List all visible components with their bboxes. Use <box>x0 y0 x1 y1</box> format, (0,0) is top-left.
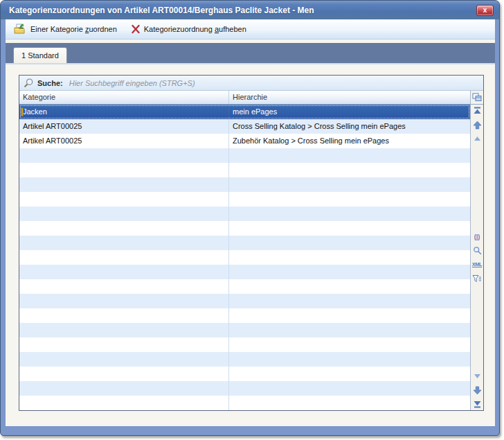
hierarchie-cell <box>229 206 470 221</box>
search-bar: Suche: <box>19 76 483 91</box>
kategorie-cell <box>19 381 229 396</box>
hierarchie-cell <box>229 279 470 294</box>
screen: Kategorienzuordnungen von Artikel ART000… <box>0 0 504 440</box>
filter-icon <box>472 274 482 283</box>
table-row[interactable] <box>19 221 470 236</box>
hierarchie-cell-text: Cross Selling Katalog > Cross Selling me… <box>233 122 406 130</box>
table-body-wrap: Jacken mein ePages Artikel ART00025 Cros… <box>19 105 483 410</box>
search-input[interactable] <box>66 77 480 89</box>
tab-panel: Suche: Kategorie Hierarchie <box>6 64 495 425</box>
close-button[interactable]: x <box>476 5 494 16</box>
rail-top-group <box>472 106 483 143</box>
hierarchie-cell <box>229 265 470 279</box>
table-row[interactable] <box>19 163 470 177</box>
page-up-button[interactable] <box>472 134 483 143</box>
table-row[interactable] <box>19 352 470 367</box>
kategorie-cell <box>19 265 229 279</box>
parentheses-icon: (|) <box>474 234 480 240</box>
kategorie-cell <box>19 308 229 323</box>
red-x-icon <box>131 24 141 34</box>
hierarchie-cell <box>229 352 470 367</box>
column-header-hierarchie[interactable]: Hierarchie <box>229 91 470 104</box>
table-row[interactable] <box>19 308 470 323</box>
table-row[interactable] <box>19 177 470 192</box>
kategorie-cell <box>19 163 229 177</box>
table-row[interactable] <box>19 148 470 163</box>
rail-middle-group: (|) XML <box>472 232 483 283</box>
hierarchie-cell <box>229 163 470 177</box>
kategorie-cell: Artikel ART00025 <box>19 134 229 148</box>
hierarchie-cell <box>229 396 470 410</box>
kategorie-cell <box>19 294 229 308</box>
window-title: Kategorienzuordnungen von Artikel ART000… <box>9 6 476 15</box>
kategorie-cell: Artikel ART00025 <box>19 119 229 134</box>
table-row[interactable] <box>19 337 470 352</box>
kategorie-cell-text: Jacken <box>23 107 47 116</box>
kategorie-cell <box>19 250 229 265</box>
hierarchie-cell <box>229 337 470 352</box>
scroll-down-icon <box>473 386 482 395</box>
scroll-to-bottom-icon <box>473 400 482 408</box>
scroll-down-button[interactable] <box>472 385 483 395</box>
hierarchie-cell <box>229 221 470 236</box>
hierarchie-cell: Zubehör Katalog > Cross Selling mein ePa… <box>229 134 470 148</box>
xml-icon: XML <box>472 261 482 267</box>
filter-tool-button[interactable] <box>472 274 483 283</box>
scroll-up-icon <box>473 121 482 130</box>
scroll-rail: (|) XML <box>470 105 483 410</box>
scroll-to-bottom-button[interactable] <box>472 399 483 409</box>
table-row[interactable] <box>19 265 470 279</box>
hierarchie-cell: mein ePages <box>229 105 470 119</box>
table-row[interactable] <box>19 192 470 206</box>
toolbar: Einer Kategorie zuordnen Kategoriezuordn… <box>6 19 495 39</box>
table-row[interactable] <box>19 323 470 337</box>
table-row[interactable] <box>19 396 470 410</box>
table-row[interactable]: Jacken mein ePages <box>19 105 470 119</box>
table-row[interactable] <box>19 206 470 221</box>
scroll-to-top-button[interactable] <box>472 106 483 116</box>
page-up-icon <box>474 136 481 141</box>
xml-tool-button[interactable]: XML <box>472 260 483 270</box>
kategorie-cell <box>19 279 229 294</box>
remove-assignment-button[interactable]: Kategoriezuordnung aufheben <box>129 23 249 35</box>
assign-category-folder-icon <box>14 24 27 35</box>
hierarchie-cell: Cross Selling Katalog > Cross Selling me… <box>229 119 470 134</box>
kategorie-cell-text: Artikel ART00025 <box>23 137 82 145</box>
dialog-window: Kategorienzuordnungen von Artikel ART000… <box>0 0 500 436</box>
column-chooser-button[interactable] <box>470 91 483 104</box>
page-down-button[interactable] <box>472 371 483 381</box>
assign-category-button[interactable]: Einer Kategorie zuordnen <box>12 22 119 36</box>
page-down-icon <box>474 373 481 379</box>
table-row[interactable] <box>19 279 470 294</box>
hierarchie-cell <box>229 192 470 206</box>
hierarchie-cell <box>229 236 470 250</box>
kategorie-cell <box>19 236 229 250</box>
assign-category-label: Einer Kategorie zuordnen <box>30 25 117 33</box>
table-row[interactable]: Artikel ART00025 Zubehör Katalog > Cross… <box>19 134 470 148</box>
table-row[interactable] <box>19 294 470 308</box>
hierarchie-cell <box>229 294 470 308</box>
hierarchie-cell <box>229 367 470 381</box>
column-header-kategorie[interactable]: Kategorie <box>19 91 229 104</box>
kategorie-cell <box>19 323 229 337</box>
column-chooser-icon <box>472 93 482 102</box>
hierarchie-cell-text: Zubehör Katalog > Cross Selling mein ePa… <box>233 137 389 145</box>
table-row[interactable]: Artikel ART00025 Cross Selling Katalog >… <box>19 119 470 134</box>
table-row[interactable] <box>19 236 470 250</box>
category-grid: Suche: Kategorie Hierarchie <box>19 75 484 411</box>
kategorie-cell: Jacken <box>19 105 229 119</box>
search-magnifier-icon <box>24 78 34 88</box>
parentheses-tool-button[interactable]: (|) <box>472 232 483 242</box>
table-row[interactable] <box>19 367 470 381</box>
hierarchie-cell <box>229 308 470 323</box>
scroll-up-button[interactable] <box>472 120 483 130</box>
kategorie-cell <box>19 367 229 381</box>
kategorie-cell <box>19 337 229 352</box>
titlebar[interactable]: Kategorienzuordnungen von Artikel ART000… <box>1 1 499 19</box>
table-row[interactable] <box>19 381 470 396</box>
zoom-tool-button[interactable] <box>472 246 483 256</box>
client-area: Einer Kategorie zuordnen Kategoriezuordn… <box>6 19 495 426</box>
table-row[interactable] <box>19 250 470 265</box>
kategorie-cell-text: Artikel ART00025 <box>23 122 82 130</box>
tab-standard[interactable]: 1 Standard <box>13 47 67 63</box>
